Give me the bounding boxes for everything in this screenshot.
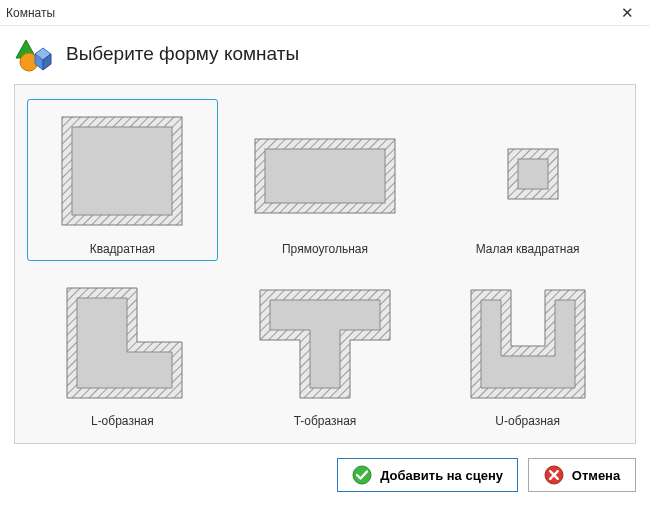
shape-label: L-образная xyxy=(91,414,154,428)
cancel-icon xyxy=(544,465,564,485)
shape-preview xyxy=(437,278,618,408)
cancel-button-label: Отмена xyxy=(572,468,620,483)
shape-option-l[interactable]: L-образная xyxy=(27,271,218,433)
shape-picker: Квадратная Прямоугольная Малая квадратна… xyxy=(14,84,636,444)
svg-rect-8 xyxy=(72,127,172,215)
shape-option-square[interactable]: Квадратная xyxy=(27,99,218,261)
shape-preview xyxy=(437,106,618,236)
check-icon xyxy=(352,465,372,485)
shape-option-u[interactable]: U-образная xyxy=(432,271,623,433)
shape-preview xyxy=(235,106,416,236)
shape-preview xyxy=(235,278,416,408)
shape-label: T-образная xyxy=(294,414,357,428)
shape-option-t[interactable]: T-образная xyxy=(230,271,421,433)
svg-rect-12 xyxy=(518,159,548,189)
titlebar: Комнаты ✕ xyxy=(0,0,650,26)
cancel-button[interactable]: Отмена xyxy=(528,458,636,492)
shape-label: Квадратная xyxy=(90,242,155,256)
dialog-header: Выберите форму комнаты xyxy=(0,26,650,84)
shape-preview xyxy=(32,278,213,408)
add-button-label: Добавить на сцену xyxy=(380,468,503,483)
close-icon[interactable]: ✕ xyxy=(612,4,642,22)
window-title: Комнаты xyxy=(6,6,55,20)
shape-option-rectangle[interactable]: Прямоугольная xyxy=(230,99,421,261)
svg-point-13 xyxy=(353,466,371,484)
svg-rect-10 xyxy=(265,149,385,203)
shape-grid: Квадратная Прямоугольная Малая квадратна… xyxy=(27,99,623,433)
dialog-title: Выберите форму комнаты xyxy=(66,43,299,65)
shape-label: Прямоугольная xyxy=(282,242,368,256)
shape-label: U-образная xyxy=(495,414,560,428)
add-to-scene-button[interactable]: Добавить на сцену xyxy=(337,458,518,492)
shape-option-small-square[interactable]: Малая квадратная xyxy=(432,99,623,261)
dialog-footer: Добавить на сцену Отмена xyxy=(0,444,650,492)
shape-label: Малая квадратная xyxy=(476,242,580,256)
shapes-logo-icon xyxy=(14,34,54,74)
shape-preview xyxy=(32,106,213,236)
